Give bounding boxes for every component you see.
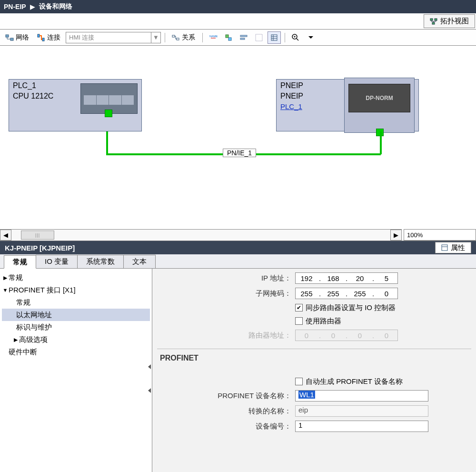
tree-item-ethernet-address[interactable]: 以太网地址 xyxy=(2,309,150,321)
tree-item-id-maint[interactable]: 标识与维护 xyxy=(2,321,150,333)
collapse-left-icon xyxy=(148,364,151,369)
plc-module-icon xyxy=(80,83,138,114)
tool-align-icon[interactable] xyxy=(237,31,250,44)
svg-text:NAME: NAME xyxy=(209,35,218,38)
tree-item-advanced[interactable]: ▶高级选项 xyxy=(2,333,150,346)
svg-rect-0 xyxy=(430,19,433,20)
section-name: 设备和网络 xyxy=(39,2,72,11)
network-canvas[interactable]: PLC_1 CPU 1212C PNEIP PNEIP PLC_1 DP-NOR… xyxy=(0,46,476,241)
device-name-label: PROFINET 设备名称： xyxy=(152,392,295,401)
converted-name-label: 转换的名称： xyxy=(152,407,295,416)
wire-segment[interactable] xyxy=(106,131,108,154)
svg-rect-14 xyxy=(256,34,262,41)
sync-router-label: 同步路由器设置与 IO 控制器 xyxy=(306,303,396,312)
tab-general[interactable]: 常规 xyxy=(4,255,36,269)
svg-rect-1 xyxy=(435,19,437,20)
inspector-title-bar: KJ-PNEIP [KJPNEIP] 属性 xyxy=(0,241,476,254)
device-plc[interactable]: PLC_1 CPU 1212C xyxy=(9,79,142,131)
properties-button[interactable]: 属性 xyxy=(435,242,471,253)
connect-icon xyxy=(37,33,45,42)
scroll-left-icon[interactable]: ◀ xyxy=(0,230,11,241)
view-bar: 拓扑视图 xyxy=(0,13,476,30)
subnet-mask-input[interactable]: 255. 255. 255. 0 xyxy=(295,288,398,299)
use-router-checkbox[interactable] xyxy=(295,317,303,325)
zoom-dropdown-icon[interactable] xyxy=(304,31,317,44)
zoom-icon xyxy=(291,33,300,42)
auto-name-checkbox[interactable] xyxy=(295,378,303,385)
zoom-button[interactable] xyxy=(289,31,302,44)
inspector-title: KJ-PNEIP [KJPNEIP] xyxy=(5,244,75,252)
property-panel: IP 地址： 192. 168. 20. 5 子网掩码： 255. 255. 2… xyxy=(152,269,476,472)
wire-label[interactable]: PN/IE_1 xyxy=(223,149,256,157)
dropdown-arrow-icon: ▼ xyxy=(151,32,160,43)
horizontal-scrollbar[interactable]: ◀ ||| ▶ xyxy=(0,229,402,241)
project-name: PN-EIP xyxy=(4,3,26,10)
tree-item-general[interactable]: ▶常规 xyxy=(2,271,150,284)
svg-rect-17 xyxy=(442,245,447,251)
dp-norm-icon: DP-NORM xyxy=(348,84,410,112)
chevron-right-icon: ▶ xyxy=(30,3,35,10)
network-button[interactable]: 网络 xyxy=(3,31,32,44)
svg-rect-3 xyxy=(6,35,9,37)
svg-rect-8 xyxy=(177,38,179,40)
ip-address-label: IP 地址： xyxy=(152,274,295,283)
zoom-display[interactable]: 100% xyxy=(404,229,476,241)
svg-rect-12 xyxy=(240,35,247,37)
svg-rect-10 xyxy=(226,35,228,38)
module-frame[interactable]: DP-NORM xyxy=(344,78,415,133)
breadcrumb: PN-EIP ▶ 设备和网络 xyxy=(0,0,476,13)
svg-rect-11 xyxy=(228,38,231,40)
use-router-label: 使用路由器 xyxy=(306,317,341,326)
router-address-input: 0. 0. 0. 0 xyxy=(295,330,398,341)
tool-name-icon[interactable]: NAME xyxy=(207,31,220,44)
device-number-input[interactable]: 1 xyxy=(295,421,428,432)
collapse-left-icon xyxy=(148,388,151,393)
tab-io-vars[interactable]: IO 变量 xyxy=(36,255,78,268)
connection-type-dropdown[interactable]: HMI 连接 ▼ xyxy=(66,32,161,43)
tool-highlight-icon[interactable] xyxy=(222,31,235,44)
plc-port-icon[interactable] xyxy=(105,110,112,117)
scroll-thumb[interactable]: ||| xyxy=(21,231,54,240)
auto-name-label: 自动生成 PROFINET 设备名称 xyxy=(306,377,403,386)
relation-icon xyxy=(171,33,180,42)
svg-rect-4 xyxy=(10,38,13,40)
device-number-label: 设备编号： xyxy=(152,422,295,431)
connect-button[interactable]: 连接 xyxy=(34,31,64,44)
tool-list-icon[interactable] xyxy=(268,31,281,44)
sync-router-checkbox[interactable]: ✔ xyxy=(295,304,303,311)
tree-item-pn-general[interactable]: 常规 xyxy=(2,296,150,309)
tree-item-profinet-interface[interactable]: ▼PROFINET 接口 [X1] xyxy=(2,284,150,296)
svg-rect-13 xyxy=(240,38,245,40)
controller-link[interactable]: PLC_1 xyxy=(280,102,302,110)
subnet-mask-label: 子网掩码： xyxy=(152,289,295,298)
property-tree[interactable]: ▶常规 ▼PROFINET 接口 [X1] 常规 以太网地址 标识与维护 ▶高级… xyxy=(0,269,152,472)
svg-rect-2 xyxy=(432,22,435,24)
converted-name-display: eip xyxy=(295,405,428,417)
svg-rect-15 xyxy=(271,35,277,40)
tab-texts[interactable]: 文本 xyxy=(123,255,156,268)
svg-rect-5 xyxy=(38,34,40,37)
scroll-right-icon[interactable]: ▶ xyxy=(390,230,402,241)
ip-address-input[interactable]: 192. 168. 20. 5 xyxy=(295,272,398,284)
splitter-handle[interactable] xyxy=(147,269,152,472)
properties-icon xyxy=(441,244,448,251)
svg-rect-7 xyxy=(172,35,175,37)
network-icon xyxy=(5,33,14,42)
device-name-input[interactable]: WL1 xyxy=(295,390,428,402)
inspector-tabs: 常规 IO 变量 系统常数 文本 xyxy=(0,254,476,269)
relation-button[interactable]: 关系 xyxy=(169,31,198,44)
router-address-label: 路由器地址： xyxy=(152,331,295,340)
topology-view-button[interactable]: 拓扑视图 xyxy=(424,14,475,28)
svg-rect-6 xyxy=(42,38,44,41)
wire-segment[interactable] xyxy=(380,131,382,154)
topology-icon xyxy=(430,18,437,25)
toolbar: 网络 连接 HMI 连接 ▼ 关系 NAME xyxy=(0,30,476,46)
tool-grid-icon[interactable] xyxy=(252,31,266,44)
device-pneip[interactable]: PNEIP PNEIP PLC_1 DP-NORM xyxy=(276,79,419,131)
tab-sysconst[interactable]: 系统常数 xyxy=(77,255,124,268)
tree-item-hw-interrupt[interactable]: ▶硬件中断 xyxy=(2,346,150,358)
profinet-section-title: PROFINET xyxy=(152,351,476,365)
